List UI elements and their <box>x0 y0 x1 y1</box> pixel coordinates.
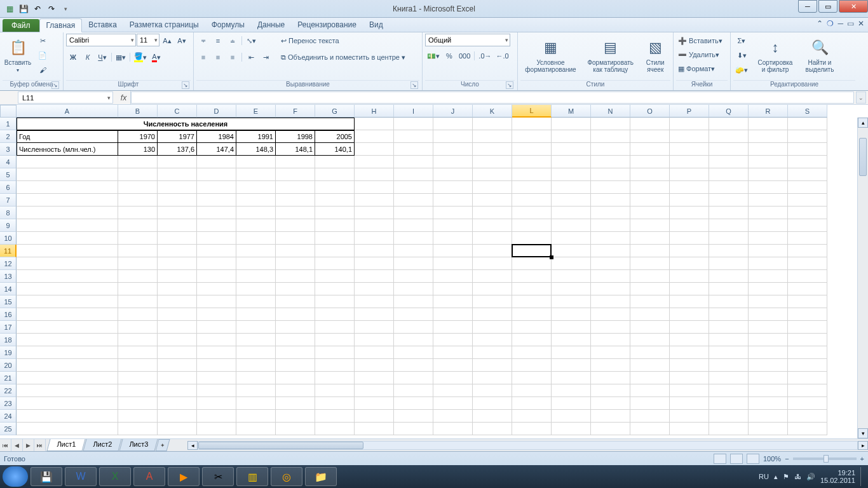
cell-F23[interactable] <box>276 397 315 410</box>
cell-O24[interactable] <box>630 410 670 423</box>
cell-R24[interactable] <box>749 410 788 423</box>
cell-E19[interactable] <box>236 346 276 359</box>
cell-S3[interactable] <box>788 143 827 156</box>
cell-B11[interactable] <box>118 245 158 257</box>
show-desktop-button[interactable] <box>860 467 865 486</box>
redo-icon[interactable]: ↷ <box>46 3 57 15</box>
cell-Q18[interactable] <box>709 334 749 346</box>
cell-P1[interactable] <box>670 118 709 130</box>
cell-J11[interactable] <box>433 245 473 257</box>
cell-L11[interactable] <box>512 245 552 257</box>
cell-O22[interactable] <box>630 384 670 397</box>
cell-I4[interactable] <box>394 156 433 168</box>
cell-M20[interactable] <box>552 359 591 372</box>
cell-O19[interactable] <box>630 346 670 359</box>
scroll-up-button[interactable]: ▴ <box>858 118 868 128</box>
cell-E25[interactable] <box>236 423 276 435</box>
cell-F20[interactable] <box>276 359 315 372</box>
cell-P17[interactable] <box>670 321 709 334</box>
cell-L1[interactable] <box>512 118 552 130</box>
cell-G14[interactable] <box>315 283 355 295</box>
cell-S2[interactable] <box>788 130 827 143</box>
cell-M13[interactable] <box>552 270 591 283</box>
cell-J22[interactable] <box>433 384 473 397</box>
cell-L7[interactable] <box>512 194 552 207</box>
increase-indent-button[interactable]: ⇥ <box>259 50 273 64</box>
cell-A7[interactable] <box>17 194 118 207</box>
cell-E15[interactable] <box>236 295 276 308</box>
cell-S17[interactable] <box>788 321 827 334</box>
cell-D15[interactable] <box>197 295 236 308</box>
zoom-level-label[interactable]: 100% <box>763 455 781 463</box>
cell-D17[interactable] <box>197 321 236 334</box>
cell-P15[interactable] <box>670 295 709 308</box>
cell-I22[interactable] <box>394 384 433 397</box>
cell-P4[interactable] <box>670 156 709 168</box>
cell-O25[interactable] <box>630 423 670 435</box>
maximize-button[interactable]: ▭ <box>818 0 837 13</box>
cell-N7[interactable] <box>591 194 630 207</box>
cell-F21[interactable] <box>276 372 315 384</box>
cell-I13[interactable] <box>394 270 433 283</box>
taskbar-app-a[interactable]: A <box>133 467 165 486</box>
cell-F17[interactable] <box>276 321 315 334</box>
column-header-C[interactable]: C <box>158 105 197 118</box>
cell-I14[interactable] <box>394 283 433 295</box>
cell-A5[interactable] <box>17 168 118 181</box>
cell-I17[interactable] <box>394 321 433 334</box>
taskbar-app-word[interactable]: W <box>65 467 97 486</box>
cell-J17[interactable] <box>433 321 473 334</box>
cell-I12[interactable] <box>394 257 433 270</box>
tab-Рецензирование[interactable]: Рецензирование <box>291 18 363 32</box>
cell-O12[interactable] <box>630 257 670 270</box>
cell-L15[interactable] <box>512 295 552 308</box>
cell-I11[interactable] <box>394 245 433 257</box>
cell-E20[interactable] <box>236 359 276 372</box>
cell-M8[interactable] <box>552 207 591 219</box>
fx-button[interactable]: fx <box>117 91 131 104</box>
cell-P7[interactable] <box>670 194 709 207</box>
cell-N21[interactable] <box>591 372 630 384</box>
row-header-13[interactable]: 13 <box>0 270 17 283</box>
cell-P12[interactable] <box>670 257 709 270</box>
cell-A4[interactable] <box>17 156 118 168</box>
cell-S4[interactable] <box>788 156 827 168</box>
sort-filter-button[interactable]: ↕Сортировка и фильтр <box>752 34 798 77</box>
cell-O18[interactable] <box>630 334 670 346</box>
number-dialog-icon[interactable]: ↘ <box>506 81 513 89</box>
orientation-button[interactable]: ⤡▾ <box>244 34 258 48</box>
cell-Q5[interactable] <box>709 168 749 181</box>
cell-H25[interactable] <box>355 423 394 435</box>
cell-H4[interactable] <box>355 156 394 168</box>
cell-D12[interactable] <box>197 257 236 270</box>
cell-O8[interactable] <box>630 207 670 219</box>
cell-K12[interactable] <box>473 257 512 270</box>
cell-O21[interactable] <box>630 372 670 384</box>
cell-G19[interactable] <box>315 346 355 359</box>
cell-N16[interactable] <box>591 308 630 321</box>
cell-P3[interactable] <box>670 143 709 156</box>
cell-I20[interactable] <box>394 359 433 372</box>
cell-N8[interactable] <box>591 207 630 219</box>
cell-F8[interactable] <box>276 207 315 219</box>
cell-M1[interactable] <box>552 118 591 130</box>
row-header-6[interactable]: 6 <box>0 181 17 194</box>
cell-M12[interactable] <box>552 257 591 270</box>
cell-H9[interactable] <box>355 219 394 232</box>
cell-S23[interactable] <box>788 397 827 410</box>
cell-E4[interactable] <box>236 156 276 168</box>
clock[interactable]: 19:21 15.02.2011 <box>820 469 855 484</box>
cell-K6[interactable] <box>473 181 512 194</box>
taskbar-app-excel[interactable]: X <box>99 467 131 486</box>
cell-M6[interactable] <box>552 181 591 194</box>
cell-K9[interactable] <box>473 219 512 232</box>
cell-C5[interactable] <box>158 168 197 181</box>
cell-O5[interactable] <box>630 168 670 181</box>
row-header-16[interactable]: 16 <box>0 308 17 321</box>
cell-F2[interactable]: 1998 <box>276 130 315 143</box>
cell-D13[interactable] <box>197 270 236 283</box>
cell-G16[interactable] <box>315 308 355 321</box>
cell-L12[interactable] <box>512 257 552 270</box>
cell-J6[interactable] <box>433 181 473 194</box>
cell-H2[interactable] <box>355 130 394 143</box>
